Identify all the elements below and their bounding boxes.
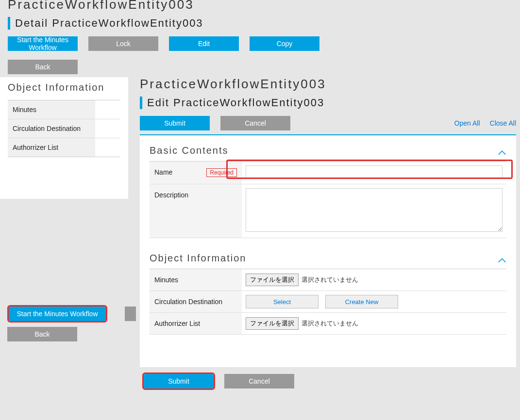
back-button[interactable]: Back [8,60,78,74]
object-form-grid: Minutes ファイルを選択 選択されていません Circulation De… [150,269,506,335]
basic-contents-title: Basic Contents [150,145,229,156]
detail-button-row: Start the Minutes Workflow Lock Edit Cop… [8,36,379,51]
side-object-grid: Minutes Circulation Destination Authorri… [8,100,120,157]
collapse-icon-2[interactable] [498,257,506,262]
side-authorizer-label: Authorrizer List [8,138,95,157]
start-workflow-button[interactable]: Start the Minutes Workflow [8,36,78,51]
detail-panel: PracticeWorkflowEntity003 Detail Practic… [0,0,387,77]
submit-button[interactable]: Submit [140,116,210,130]
authorizer-file-status: 選択されていません [302,319,358,328]
side-object-title: Object Information [8,82,120,93]
name-label: Name [154,168,172,176]
start-workflow-button-highlighted[interactable]: Start the Minutes Workflow [9,307,106,321]
edit-actions-row: Submit Cancel Open All Close All [140,116,516,130]
required-badge: Required [206,168,237,177]
copy-button[interactable]: Copy [250,36,319,51]
edit-button[interactable]: Edit [169,36,239,51]
circulation-create-button[interactable]: Create New [325,295,398,308]
form-card: Basic Contents Name Required Description [140,134,516,367]
submit-button-bottom[interactable]: Submit [144,374,214,388]
edit-page-title: Edit PracticeWorkflowEntity003 [140,97,516,109]
authorizer-file-button[interactable]: ファイルを選択 [246,317,299,330]
close-all-link[interactable]: Close All [490,119,516,127]
minutes-file-status: 選択されていません [302,275,358,284]
breadcrumb: PracticeWorkflowEntity003 [8,0,379,12]
circulation-select-button[interactable]: Select [246,295,319,308]
edit-breadcrumb: PracticeWorkflowEntity003 [140,77,516,92]
name-input[interactable] [246,165,503,178]
cancel-button[interactable]: Cancel [220,116,290,130]
lock-button[interactable]: Lock [88,36,158,51]
circulation-label: Circulation Destination [154,298,222,306]
description-label: Description [154,191,188,199]
side-circulation-label: Circulation Destination [8,119,95,138]
bottom-actions: Submit Cancel [140,367,516,391]
open-all-link[interactable]: Open All [454,119,480,127]
cancel-button-bottom[interactable]: Cancel [224,374,294,388]
minutes-file-button[interactable]: ファイルを選択 [246,274,299,286]
page-title: Detail PracticeWorkflowEntity003 [8,17,379,30]
object-info-title: Object Information [150,253,246,264]
description-input[interactable] [246,188,503,232]
basic-form-grid: Name Required Description [150,161,506,238]
authorizer-label: Authorrizer List [154,320,200,327]
minutes-label: Minutes [154,276,178,284]
side-back-button[interactable]: Back [7,327,77,341]
edit-panel: PracticeWorkflowEntity003 Edit PracticeW… [136,78,520,420]
side-minutes-label: Minutes [8,100,95,119]
name-row-label: Name Required [150,162,242,184]
collapse-icon[interactable] [498,149,506,155]
